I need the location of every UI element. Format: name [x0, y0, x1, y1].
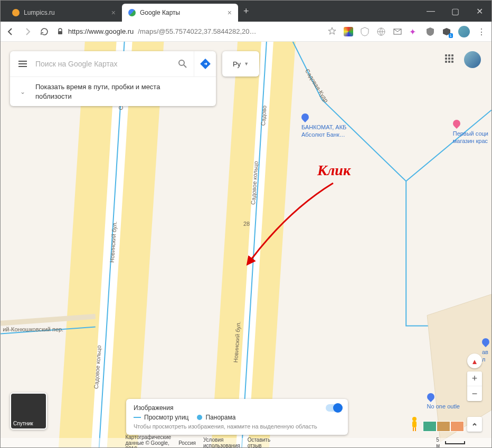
scale-control[interactable]: 5 м — [278, 437, 465, 447]
compass-button[interactable] — [467, 354, 482, 368]
search-panel: ⌄ Показать время в пути, пробки и места … — [10, 51, 216, 106]
legend-streetview: Просмотр улиц — [144, 414, 188, 421]
poi-name: No one outle — [427, 403, 460, 411]
copyright: Картографические данные © Google, 2019 — [125, 434, 171, 448]
svg-rect-23 — [412, 421, 417, 427]
svg-rect-24 — [413, 427, 414, 431]
poi-store[interactable]: Первый соци магазин крас — [453, 120, 488, 145]
poi-sub: Абсолют Банк… — [301, 131, 346, 139]
imagery-toggle[interactable] — [326, 404, 342, 412]
search-input[interactable] — [35, 60, 172, 68]
tab-title: Lumpics.ru — [24, 9, 55, 16]
minimize-button[interactable]: — — [419, 1, 443, 22]
tab-lumpics[interactable]: Lumpics.ru × — [6, 4, 122, 22]
zoom-in-button[interactable]: + — [467, 371, 482, 386]
favicon-lumpics — [12, 9, 20, 16]
legend-panorama: Панорама — [205, 414, 235, 421]
menu-button[interactable] — [10, 61, 35, 67]
satellite-toggle[interactable]: Спутник — [10, 393, 47, 430]
poi-sub: л — [482, 356, 489, 364]
imagery-legend: Изображения Просмотр улиц Панорама Чтобы… — [126, 399, 348, 435]
panorama-dot-icon — [197, 415, 202, 420]
pegman-icon[interactable] — [409, 416, 420, 432]
svg-text:Садовая-Кудр: Садовая-Кудр — [304, 68, 329, 103]
language-button[interactable]: Ру ▼ — [222, 51, 259, 77]
maximize-button[interactable]: ▢ — [443, 1, 467, 22]
poi-name: ав — [482, 349, 489, 356]
menu-icon[interactable]: ⋮ — [477, 27, 486, 36]
zoom-out-button[interactable]: − — [467, 386, 482, 401]
shop-pin-icon — [480, 337, 491, 347]
extension-icon[interactable] — [344, 27, 353, 36]
satellite-label: Спутник — [13, 421, 33, 426]
expand-label: Показать время в пути, пробки и места по… — [35, 82, 160, 101]
expand-button[interactable] — [467, 417, 482, 432]
favicon-gmaps — [128, 9, 136, 16]
address-bar: https://www.google.ru/maps/@55.7574022,3… — [1, 22, 491, 42]
close-icon[interactable]: × — [111, 8, 116, 17]
shield-icon[interactable] — [360, 27, 370, 36]
url-path: /maps/@55.7574022,37.5844282,20… — [138, 27, 256, 35]
scale-label: 5 м — [436, 437, 443, 447]
search-button[interactable] — [172, 59, 194, 69]
store-pin-icon — [451, 118, 462, 129]
directions-button[interactable] — [194, 51, 216, 77]
store-pin-icon — [425, 392, 436, 402]
profile-avatar[interactable] — [458, 26, 470, 37]
google-apps-button[interactable] — [445, 54, 455, 64]
poi-outlet[interactable]: No one outle — [427, 393, 460, 411]
svg-rect-0 — [58, 31, 62, 34]
svg-point-22 — [412, 417, 417, 421]
annotation-arrow — [241, 179, 346, 269]
expand-panel-button[interactable]: ⌄ Показать время в пути, пробки и места … — [10, 77, 216, 106]
url-host: https://www.google.ru — [68, 27, 134, 35]
box-icon[interactable]: 1 — [442, 27, 451, 36]
chevron-down-icon: ▼ — [244, 61, 249, 66]
globe-icon[interactable] — [376, 27, 386, 36]
poi-vl[interactable]: ав л — [482, 338, 489, 363]
imagery-thumbs[interactable] — [423, 421, 464, 432]
annotation-text: Клик — [317, 162, 351, 179]
back-button[interactable] — [6, 27, 15, 36]
user-avatar[interactable] — [464, 51, 481, 68]
tab-title: Google Карты — [140, 9, 180, 16]
poi-bankomat[interactable]: БАНКОМАТ, АКБ Абсолют Банк… — [301, 113, 346, 138]
close-window-button[interactable]: ✕ — [467, 1, 491, 22]
forward-button[interactable] — [23, 27, 32, 36]
poi-name: БАНКОМАТ, АКБ — [301, 124, 346, 131]
shield2-icon[interactable] — [425, 27, 435, 36]
svg-text:ий-Конюшковский пер.: ий-Конюшковский пер. — [3, 326, 63, 332]
sparkle-icon[interactable]: ✦ — [409, 27, 419, 36]
bank-pin-icon — [300, 112, 310, 122]
lock-icon — [56, 28, 64, 35]
chevron-down-icon: ⌄ — [16, 88, 29, 96]
poi-sub: магазин крас — [453, 138, 488, 145]
star-icon[interactable] — [327, 27, 337, 36]
map-footer: Картографические данные © Google, 2019 Р… — [1, 438, 491, 447]
svg-rect-25 — [415, 427, 416, 431]
close-icon[interactable]: × — [228, 8, 232, 17]
map-viewport[interactable]: Садово Садово Новинский бул. Садовое кол… — [1, 42, 491, 447]
browser-titlebar: Lumpics.ru × Google Карты × + — ▢ ✕ — [1, 1, 491, 22]
legend-hint: Чтобы просмотреть изображения, нажмите н… — [134, 423, 340, 430]
legend-title: Изображения — [134, 404, 340, 412]
streetview-line-icon — [134, 417, 141, 418]
footer-terms[interactable]: Условия использования — [203, 437, 240, 447]
mail-icon[interactable] — [393, 27, 402, 36]
svg-point-19 — [179, 60, 184, 65]
footer-feedback[interactable]: Оставить отзыв — [248, 437, 271, 447]
url-field[interactable]: https://www.google.ru/maps/@55.7574022,3… — [56, 27, 320, 35]
lang-label: Ру — [233, 60, 241, 68]
new-tab-button[interactable]: + — [243, 6, 249, 17]
svg-line-20 — [184, 65, 186, 68]
tab-google-maps[interactable]: Google Карты × — [122, 4, 238, 22]
zoom-control: + − — [467, 371, 482, 401]
reload-button[interactable] — [40, 27, 49, 36]
footer-country[interactable]: Россия — [178, 440, 196, 446]
poi-name: Первый соци — [453, 130, 488, 138]
